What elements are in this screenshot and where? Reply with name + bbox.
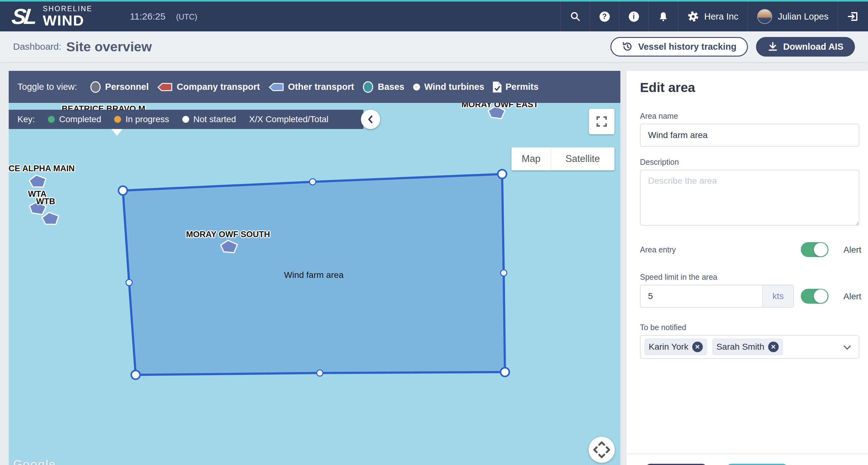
map-label-moray-east: MORAY OWF EAST	[461, 103, 538, 109]
brand-shoreline: SHORELINE	[42, 5, 92, 12]
polygon-corner-handle-br[interactable]	[501, 368, 509, 376]
chevron-down-icon	[842, 344, 852, 351]
polygon-corner-handle-tr[interactable]	[498, 170, 506, 178]
area-entry-alert-label: Alert	[843, 245, 862, 255]
brand-logo[interactable]: SL SHORELINE WIND	[0, 5, 92, 28]
help-button[interactable]: ?	[590, 2, 619, 31]
navbar-actions: ? i	[560, 2, 868, 31]
utc-clock: 11:26:25 (UTC)	[130, 11, 197, 22]
map-viewport[interactable]: BEATRICE BRAVO M ICE ALPHA MAIN WTA WTB …	[9, 103, 620, 465]
polygon-mid-handle-right[interactable]	[501, 270, 507, 276]
area-entry-toggle[interactable]	[801, 242, 829, 257]
key-not-started-label: Not started	[193, 114, 236, 124]
key-completed-label: Completed	[59, 114, 101, 124]
area-name-label: Area name	[640, 111, 859, 121]
user-name: Julian Lopes	[778, 11, 829, 22]
toggle-wind-turbines[interactable]: Wind turbines	[412, 82, 485, 92]
polygon-mid-handle-bottom[interactable]	[317, 370, 323, 376]
speed-limit-group: kts	[640, 285, 794, 308]
map-card: Toggle to view: Personnel Company transp…	[9, 71, 620, 465]
to-be-notified-label: To be notified	[640, 323, 859, 332]
toggle-company-transport-label: Company transport	[177, 82, 260, 92]
page-title: Site overview	[66, 39, 152, 55]
toggle-permits-label: Permits	[505, 82, 538, 92]
speed-limit-alert-label: Alert	[843, 292, 862, 301]
toggle-knob	[814, 243, 828, 257]
speed-limit-row: kts Alert	[640, 285, 859, 308]
key-collapse-button[interactable]	[361, 110, 380, 129]
vessel-marker-wtb[interactable]	[41, 212, 59, 226]
brand-wind: WIND	[42, 13, 92, 28]
area-entry-label: Area entry	[640, 245, 676, 254]
map-tooltip-pointer	[112, 129, 123, 136]
wind-farm-area-label: Wind farm area	[284, 270, 343, 280]
logout-button[interactable]	[838, 2, 868, 31]
clock-timezone: (UTC)	[176, 12, 197, 22]
speed-unit-suffix: kts	[762, 285, 793, 307]
map-type-satellite-button[interactable]: Satellite	[551, 147, 615, 170]
fullscreen-icon	[595, 115, 608, 128]
toggle-personnel[interactable]: Personnel	[90, 81, 149, 93]
user-menu[interactable]: Julian Lopes	[748, 2, 838, 31]
download-ais-button[interactable]: Download AIS	[756, 37, 855, 57]
map-layer-toolbar: Toggle to view: Personnel Company transp…	[9, 71, 620, 103]
pan-control-button[interactable]	[589, 437, 615, 463]
bell-icon	[658, 11, 669, 22]
chip-label: Sarah Smith	[716, 342, 765, 352]
map-label-wtb: WTB	[36, 197, 55, 206]
base-circle-icon	[362, 81, 374, 93]
map-key-bar: Key: Completed In progress Not started X…	[9, 110, 363, 129]
key-in-progress-label: In progress	[125, 114, 169, 124]
chevron-left-icon	[367, 115, 375, 124]
toggle-other-transport-label: Other transport	[288, 82, 354, 92]
area-entry-row: Area entry Alert	[640, 238, 859, 261]
notifications-button[interactable]	[648, 2, 678, 31]
panel-footer-teal-button[interactable]	[726, 464, 788, 465]
fullscreen-button[interactable]	[589, 109, 615, 134]
description-textarea[interactable]	[640, 170, 859, 226]
toggle-permits[interactable]: Permits	[493, 81, 538, 93]
toggle-company-transport[interactable]: Company transport	[157, 82, 260, 92]
search-button[interactable]	[560, 2, 590, 31]
download-ais-label: Download AIS	[783, 42, 843, 52]
chip-label: Karin York	[649, 342, 688, 352]
vessel-marker-alpha-main[interactable]	[28, 174, 46, 189]
map-label-alpha-main: ICE ALPHA MAIN	[9, 164, 75, 173]
user-avatar	[757, 9, 772, 24]
polygon-corner-handle-bl[interactable]	[131, 370, 140, 379]
toggle-bases[interactable]: Bases	[362, 81, 404, 93]
area-name-input[interactable]	[640, 124, 859, 147]
vessel-history-label: Vessel history tracking	[638, 42, 736, 52]
key-in-progress: In progress	[114, 114, 169, 124]
key-not-started: Not started	[182, 114, 236, 124]
map-type-map-button[interactable]: Map	[512, 147, 551, 170]
speed-limit-input[interactable]	[641, 285, 762, 307]
info-button[interactable]: i	[619, 2, 648, 31]
search-icon	[570, 11, 581, 22]
help-icon: ?	[599, 11, 610, 22]
toggle-knob	[814, 289, 828, 303]
toggle-bases-label: Bases	[378, 82, 404, 92]
edit-area-panel: Edit area Area name Description Area ent…	[627, 71, 868, 465]
notify-select[interactable]: Karin York ✕ Sarah Smith ✕	[640, 335, 859, 359]
description-label: Description	[640, 157, 859, 167]
polygon-mid-handle-top[interactable]	[310, 179, 316, 185]
company-vessel-icon	[157, 82, 173, 92]
map-label-moray-south: MORAY OWF SOUTH	[186, 230, 270, 239]
clock-time: 11:26:25	[130, 11, 165, 22]
vessel-history-button[interactable]: Vessel history tracking	[611, 37, 748, 57]
map-type-control: Map Satellite	[512, 147, 615, 170]
not-started-dot-icon	[182, 116, 189, 123]
company-menu[interactable]: Hera Inc	[678, 2, 748, 31]
panel-footer-navy-button[interactable]	[646, 464, 707, 465]
speed-limit-toggle[interactable]	[801, 289, 829, 304]
polygon-corner-handle-tl[interactable]	[119, 186, 127, 195]
info-icon: i	[629, 11, 639, 22]
top-navbar: SL SHORELINE WIND 11:26:25 (UTC) ?	[0, 0, 868, 31]
toggle-wind-turbines-label: Wind turbines	[424, 82, 485, 92]
chip-remove-icon[interactable]: ✕	[768, 342, 779, 352]
chip-remove-icon[interactable]: ✕	[692, 342, 703, 352]
personnel-circle-icon	[90, 81, 101, 93]
polygon-mid-handle-left[interactable]	[126, 279, 132, 286]
toggle-other-transport[interactable]: Other transport	[268, 82, 354, 92]
